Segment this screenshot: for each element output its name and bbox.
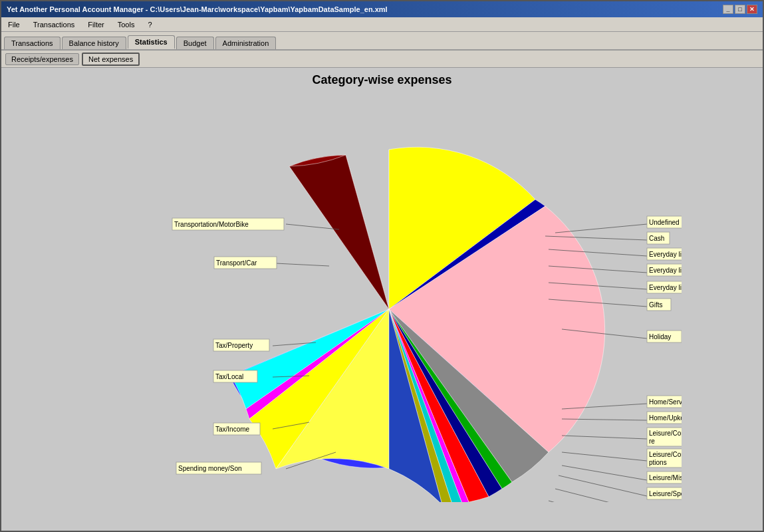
tab-balance-history[interactable]: Balance history	[62, 37, 126, 49]
tab-statistics[interactable]: Statistics	[128, 35, 175, 49]
chart-title: Category-wise expenses	[7, 73, 757, 87]
svg-text:Cash: Cash	[649, 235, 664, 242]
svg-text:Undefined: Undefined	[649, 219, 680, 226]
tab-budget[interactable]: Budget	[176, 37, 214, 49]
menu-help[interactable]: ?	[144, 19, 156, 30]
svg-text:Transport/Car: Transport/Car	[216, 259, 257, 267]
svg-text:Holiday: Holiday	[649, 333, 671, 340]
pie-chart: Transportation/MotorBike Transport/Car T…	[83, 90, 682, 502]
svg-text:Leisure/Miscellaneous: Leisure/Miscellaneous	[649, 474, 682, 481]
svg-text:Spending money/Son: Spending money/Son	[178, 465, 242, 472]
svg-text:Home/Upkeep: Home/Upkeep	[649, 414, 682, 422]
svg-text:Leisure/Computing/Hardwa: Leisure/Computing/Hardwa	[649, 430, 682, 437]
svg-text:ptions: ptions	[649, 459, 667, 466]
close-button[interactable]: ✕	[747, 5, 757, 14]
tab-transactions[interactable]: Transactions	[4, 37, 61, 49]
main-window: Yet Another Personal Account Manager - C…	[0, 0, 764, 532]
minimize-button[interactable]: _	[723, 5, 733, 14]
menu-filter[interactable]: Filter	[84, 19, 108, 30]
svg-text:Tax/Income: Tax/Income	[215, 426, 250, 433]
sub-tab-net-expenses[interactable]: Net expenses	[82, 53, 140, 66]
sub-tab-receipts-expenses[interactable]: Receipts/expenses	[5, 53, 79, 65]
svg-text:Everyday life/Miscellaneous: Everyday life/Miscellaneous	[649, 284, 682, 291]
svg-text:re: re	[649, 438, 655, 445]
menu-tools[interactable]: Tools	[114, 19, 139, 30]
sub-tab-bar: Receipts/expenses Net expenses	[1, 51, 763, 68]
window-title: Yet Another Personal Account Manager - C…	[7, 5, 388, 13]
svg-text:Tax/Property: Tax/Property	[215, 342, 253, 349]
title-bar: Yet Another Personal Account Manager - C…	[1, 1, 763, 17]
svg-text:Leisure/Computing/Subscri: Leisure/Computing/Subscri	[649, 451, 682, 458]
menu-bar: File Transactions Filter Tools ?	[1, 17, 763, 32]
svg-text:Everyday life/Clothing: Everyday life/Clothing	[649, 251, 682, 258]
chart-container: Category-wise expenses	[7, 73, 757, 525]
title-bar-buttons: _ □ ✕	[723, 5, 757, 14]
menu-transactions[interactable]: Transactions	[29, 19, 79, 30]
menu-file[interactable]: File	[4, 19, 24, 30]
svg-text:Tax/Local: Tax/Local	[215, 373, 243, 380]
svg-text:Everyday life/Food: Everyday life/Food	[649, 267, 682, 274]
tab-administration[interactable]: Administration	[215, 37, 277, 49]
maximize-button[interactable]: □	[735, 5, 745, 14]
svg-text:Gifts: Gifts	[649, 301, 663, 309]
main-tab-bar: Transactions Balance history Statistics …	[1, 32, 763, 51]
svg-text:Leisure/Sport: Leisure/Sport	[649, 490, 682, 497]
svg-text:Transportation/MotorBike: Transportation/MotorBike	[174, 221, 249, 228]
content-area: Category-wise expenses	[1, 68, 763, 531]
svg-text:Home/Service Charges: Home/Service Charges	[649, 398, 682, 406]
